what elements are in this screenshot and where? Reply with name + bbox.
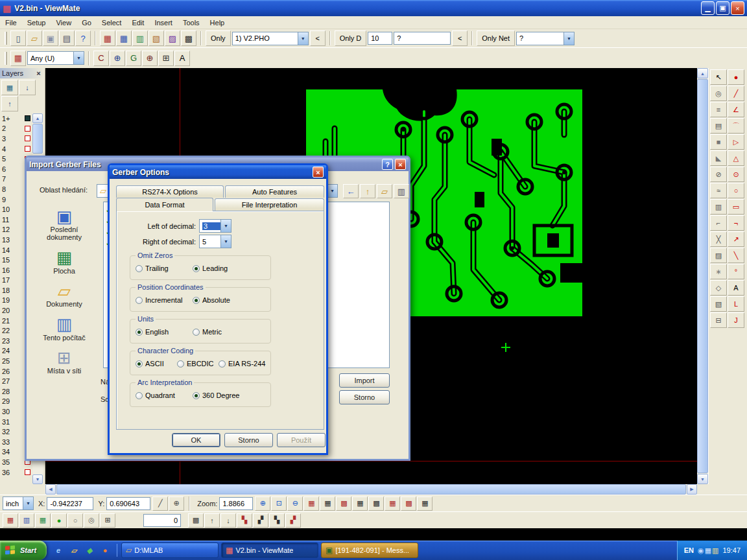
radio-quadrant[interactable]: Quadrant bbox=[136, 391, 193, 399]
scroll-left-icon[interactable]: ◀ bbox=[45, 484, 56, 495]
angle-tool-icon[interactable]: ∠ bbox=[728, 102, 744, 117]
dialog-close-button[interactable]: × bbox=[395, 159, 406, 170]
units-grid-icon[interactable]: ▥ bbox=[19, 513, 34, 528]
pattern-b-icon[interactable]: ▞ bbox=[253, 513, 268, 528]
close-button[interactable]: × bbox=[731, 1, 744, 15]
apply-button[interactable]: Použít bbox=[277, 433, 326, 447]
layers-close-icon[interactable]: × bbox=[34, 69, 43, 77]
target-mode-icon[interactable]: ⊕ bbox=[142, 51, 158, 66]
highlight-table-icon[interactable]: ▥ bbox=[132, 30, 148, 46]
dialog-close-button[interactable]: × bbox=[313, 167, 324, 178]
layer-row[interactable]: 2 bbox=[0, 124, 32, 134]
place-posledn-dokumenty[interactable]: ▣Poslední dokumenty bbox=[34, 208, 94, 241]
grid-table-icon[interactable]: ▩ bbox=[181, 30, 196, 46]
l-text-tool-icon[interactable]: L bbox=[728, 296, 744, 312]
zoom-field[interactable]: 1.8866 bbox=[219, 497, 253, 510]
y-coordinate-field[interactable]: 0.690643 bbox=[106, 497, 150, 510]
layer-row[interactable]: 1+ bbox=[0, 113, 32, 124]
origin-icon[interactable]: ⊕ bbox=[169, 496, 184, 511]
task-viewmate[interactable]: ▦V2.bin - ViewMate bbox=[221, 542, 318, 558]
scroll-down-icon[interactable]: ▼ bbox=[697, 474, 708, 484]
minimize-button[interactable]: ▁ bbox=[701, 1, 715, 15]
toolbar-grip[interactable] bbox=[5, 32, 7, 45]
via-pattern-icon[interactable]: ▩ bbox=[368, 496, 384, 511]
dcode-input[interactable]: 10 bbox=[368, 32, 392, 45]
place-plocha[interactable]: ▦Plocha bbox=[34, 249, 94, 274]
diamond-tool-icon[interactable]: ◇ bbox=[710, 280, 727, 296]
scrollbar-thumb[interactable] bbox=[697, 79, 708, 473]
start-button[interactable]: Start bbox=[0, 541, 47, 560]
text-tool-icon[interactable]: A bbox=[728, 280, 744, 296]
context-help-icon[interactable]: ? bbox=[75, 30, 91, 46]
net-select[interactable]: ? ▼ bbox=[516, 32, 575, 45]
previous-dcode-button[interactable]: < bbox=[452, 30, 468, 46]
backslash-line-tool-icon[interactable]: ╲ bbox=[728, 248, 744, 263]
stack-tool-icon[interactable]: ≡ bbox=[710, 102, 727, 117]
select-pattern-icon[interactable]: ▩ bbox=[401, 496, 416, 511]
delete-tool-icon[interactable]: ╳ bbox=[710, 231, 727, 247]
selection-filter-select[interactable]: Any (U) ▼ bbox=[27, 51, 84, 65]
tab-auto-features[interactable]: Auto Features bbox=[225, 185, 324, 198]
scroll-right-icon[interactable]: ▶ bbox=[687, 484, 697, 495]
radio-ascii[interactable]: ASCII bbox=[136, 360, 177, 368]
degree-tool-icon[interactable]: ° bbox=[728, 264, 744, 279]
left-of-decimal-select[interactable]: 3 ▼ bbox=[199, 219, 231, 233]
dialog-help-button[interactable]: ? bbox=[382, 159, 393, 170]
toolbar-grip[interactable] bbox=[5, 52, 7, 65]
menu-edit[interactable]: Edit bbox=[126, 17, 149, 29]
aperture-table-icon[interactable]: ▦ bbox=[116, 30, 132, 46]
dot-matrix-icon[interactable]: ▩ bbox=[188, 513, 204, 528]
right-of-decimal-select[interactable]: 5 ▼ bbox=[199, 235, 231, 248]
layer-row[interactable]: 4 bbox=[0, 144, 32, 154]
layer-row[interactable]: 36 bbox=[0, 467, 32, 478]
layer-color-chip[interactable] bbox=[25, 126, 30, 132]
wave-tool-icon[interactable]: ≈ bbox=[710, 183, 727, 198]
folder-launch-icon[interactable]: ▱ bbox=[67, 544, 80, 557]
units-select[interactable]: inch ▼ bbox=[3, 496, 34, 510]
flash-pattern-icon[interactable]: ▦ bbox=[385, 496, 400, 511]
pad-tool-icon[interactable]: ● bbox=[728, 69, 744, 85]
layer-row[interactable]: 3 bbox=[0, 134, 32, 144]
pad-pattern-icon[interactable]: ▩ bbox=[336, 496, 351, 511]
view-menu-icon[interactable]: ▥ bbox=[394, 184, 409, 198]
layer-move-down-button[interactable]: ↓ bbox=[19, 80, 36, 95]
radio-eia-rs-244[interactable]: EIA RS-244 bbox=[219, 360, 265, 368]
overlay-grid-icon[interactable]: ▦ bbox=[35, 513, 51, 528]
zoom-in-icon[interactable]: ⊕ bbox=[255, 496, 270, 511]
place-tento-po-ta[interactable]: ▥Tento počítač bbox=[34, 316, 94, 341]
filled-rect-tool-icon[interactable]: ■ bbox=[710, 134, 727, 150]
scrollbar-thumb[interactable] bbox=[32, 124, 43, 154]
import-button[interactable]: Import bbox=[339, 373, 390, 388]
outline-triangle-tool-icon[interactable]: ▷ bbox=[728, 134, 744, 150]
tray-input-icon[interactable]: ▥ bbox=[712, 546, 718, 555]
only-dcode-button[interactable]: Only D bbox=[335, 30, 367, 46]
tab-file-interpretation[interactable]: File Interpretation bbox=[215, 198, 324, 211]
column-grid-tool-icon[interactable]: ▥ bbox=[710, 199, 727, 215]
radio-incremental[interactable]: Incremental bbox=[136, 296, 193, 304]
language-indicator[interactable]: EN bbox=[684, 546, 694, 554]
probe-point-icon[interactable]: ◎ bbox=[84, 513, 99, 528]
menu-insert[interactable]: Insert bbox=[149, 17, 178, 29]
storno-button[interactable]: Storno bbox=[339, 390, 390, 404]
trace-pattern-icon[interactable]: ▦ bbox=[352, 496, 368, 511]
new-folder-icon[interactable]: ▱ bbox=[377, 184, 392, 198]
cancel-button[interactable]: Storno bbox=[224, 433, 273, 447]
dcode-table-icon[interactable]: ▦ bbox=[100, 30, 115, 46]
previous-layer-button[interactable]: < bbox=[310, 30, 326, 46]
ok-button[interactable]: OK bbox=[172, 433, 220, 447]
step-value-field[interactable]: 0 bbox=[143, 514, 181, 527]
snap-grid-icon[interactable]: ⊞ bbox=[100, 513, 115, 528]
task-dmlab[interactable]: ▱D:\MLAB bbox=[121, 542, 219, 558]
restore-button[interactable]: ▣ bbox=[716, 1, 729, 15]
anchor-down-icon[interactable]: ↓ bbox=[220, 513, 236, 528]
internet-explorer-icon[interactable]: e bbox=[52, 544, 65, 557]
hatch-tool-icon[interactable]: ▤ bbox=[710, 118, 727, 134]
radio-absolute[interactable]: Absolute bbox=[193, 296, 250, 304]
scroll-up-icon[interactable]: ▲ bbox=[697, 68, 708, 78]
vector-tool-icon[interactable]: ↗ bbox=[728, 231, 744, 247]
circle-tool-icon[interactable]: ○ bbox=[728, 183, 744, 198]
star-tool-icon[interactable]: ∗ bbox=[710, 264, 727, 279]
component-mode-icon[interactable]: C bbox=[93, 51, 109, 66]
no-fill-tool-icon[interactable]: ⊘ bbox=[710, 167, 727, 182]
zoom-window-icon[interactable]: ⊡ bbox=[271, 496, 287, 511]
